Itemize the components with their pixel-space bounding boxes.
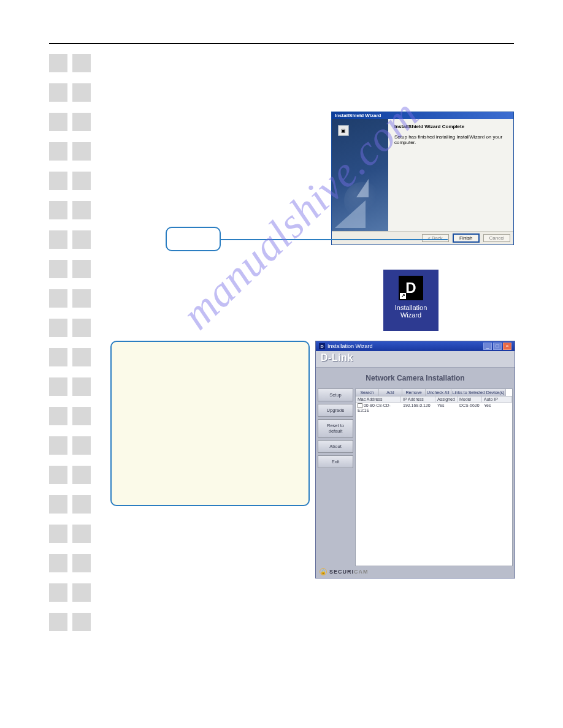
exit-button[interactable]: Exit: [318, 455, 353, 468]
uncheck-all-button[interactable]: Uncheck All: [426, 389, 451, 396]
installshield-body-text: Setup has finished installing InstallWiz…: [394, 134, 507, 145]
shortcut-arrow-icon: ↗: [400, 293, 406, 299]
page-rule: [49, 43, 514, 44]
decorative-squares: [49, 54, 96, 642]
callout-connector: [221, 239, 448, 240]
callout-box: [166, 227, 221, 251]
row-checkbox[interactable]: [358, 403, 362, 408]
reset-button[interactable]: Reset to default: [318, 419, 353, 438]
shortcut-glyph-icon: D ↗: [399, 276, 423, 300]
iw-brand-bar: D-Link: [316, 351, 515, 368]
securi-text: SECURI: [329, 569, 354, 575]
col-mac: Mac Address: [356, 396, 401, 402]
shortcut-letter: D: [405, 279, 416, 297]
shortcut-label-1: Installation: [383, 304, 439, 311]
installshield-dialog: InstallShield Wizard ▣ InstallShield Wiz…: [331, 112, 514, 245]
add-button[interactable]: Add: [379, 389, 402, 396]
links-button[interactable]: Links to Selected Device(s): [451, 389, 507, 396]
row-model: DCS-6620: [458, 403, 482, 412]
close-button[interactable]: ×: [503, 343, 511, 350]
col-model: Model: [458, 396, 482, 402]
row-auto: Yes: [482, 403, 512, 412]
minimize-button[interactable]: _: [483, 343, 492, 350]
iw-toolbar: Search Add Remove Uncheck All Links to S…: [356, 389, 512, 396]
back-button: < Back: [422, 234, 449, 242]
maximize-button[interactable]: □: [493, 343, 502, 350]
info-callout-box: [110, 341, 310, 506]
search-button[interactable]: Search: [356, 389, 379, 396]
iw-headline: Network Camera Installation: [316, 368, 515, 387]
box-icon: ▣: [338, 125, 349, 136]
installshield-side-graphic: ▣: [332, 119, 388, 231]
row-mac: 00-80-C8-CD-E3:1E: [358, 403, 391, 412]
installation-wizard-shortcut[interactable]: D ↗ Installation Wizard: [383, 270, 439, 331]
iw-titlebar: D Installation Wizard _ □ ×: [316, 341, 515, 351]
finish-button[interactable]: Finish: [453, 233, 480, 243]
shortcut-label-2: Wizard: [383, 311, 439, 319]
installation-wizard-window: D Installation Wizard _ □ × D-Link Netwo…: [315, 341, 515, 578]
upgrade-button[interactable]: Upgrade: [318, 404, 353, 417]
remove-button[interactable]: Remove: [402, 389, 426, 396]
cam-text: CAM: [354, 569, 369, 575]
securicam-brand: SECURICAM: [329, 569, 369, 575]
iw-column-headers: Mac Address IP Address Assigned Model Au…: [356, 396, 512, 403]
cancel-button: Cancel: [483, 234, 510, 242]
lock-icon: 🔒: [320, 568, 327, 575]
iw-side-nav: Setup Upgrade Reset to default About Exi…: [316, 387, 355, 471]
iw-app-icon: D: [319, 343, 325, 349]
iw-footer: 🔒 SECURICAM: [320, 568, 369, 575]
col-assigned: Assigned: [435, 396, 458, 402]
installshield-footer: < Back Finish Cancel: [332, 231, 513, 245]
device-row[interactable]: 00-80-C8-CD-E3:1E 192.168.0.120 Yes DCS-…: [356, 403, 512, 413]
about-button[interactable]: About: [318, 440, 353, 453]
installshield-heading: InstallShield Wizard Complete: [394, 124, 507, 129]
row-ip: 192.168.0.120: [401, 403, 435, 412]
row-assigned: Yes: [435, 403, 458, 412]
installshield-titlebar: InstallShield Wizard: [332, 112, 513, 119]
col-auto: Auto IP: [482, 396, 512, 402]
iw-main-panel: Search Add Remove Uncheck All Links to S…: [355, 389, 513, 566]
iw-titlebar-text: Installation Wizard: [327, 343, 373, 349]
setup-button[interactable]: Setup: [318, 389, 353, 401]
col-ip: IP Address: [401, 396, 435, 402]
dlink-logo: D-Link: [321, 352, 353, 363]
